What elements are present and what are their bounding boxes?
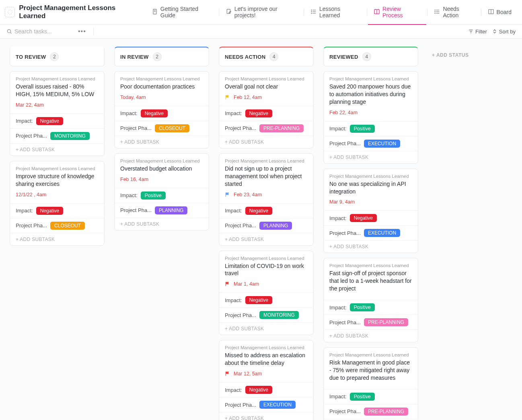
phase-label: Project Pha... [16,222,47,229]
phase-pill[interactable]: PRE-PLANNING [364,318,408,326]
impact-pill[interactable]: Negative [245,386,272,394]
tab-getting-started-guide[interactable]: Getting Started Guide [146,3,218,21]
column-count: 4 [362,52,371,61]
separator [304,8,304,16]
task-card[interactable]: Project Management Lessons Learned No on… [323,169,418,253]
phase-pill[interactable]: PRE-PLANNING [364,408,408,416]
phase-label: Project Pha... [120,125,152,131]
add-subtask-row: + ADD SUBTASK [219,136,313,148]
tab-bar: Getting Started GuideLet's improve our p… [146,3,517,21]
search-input[interactable] [14,28,71,35]
phase-pill[interactable]: PLANNING [259,222,292,230]
tab-review-process[interactable]: Review Process [368,3,426,21]
impact-pill[interactable]: Negative [245,296,272,304]
impact-pill[interactable]: Positive [350,125,375,133]
tab-label: Board [497,9,512,15]
impact-pill[interactable]: Positive [350,393,375,401]
add-subtask-button[interactable]: + ADD SUBTASK [225,326,264,331]
more-button[interactable]: ••• [76,28,88,35]
impact-row: Impact:Positive [324,121,418,136]
task-card[interactable]: Project Management Lessons Learned Overs… [114,153,209,231]
add-subtask-button[interactable]: + ADD SUBTASK [225,139,264,145]
add-subtask-button[interactable]: + ADD SUBTASK [329,333,368,339]
card-project-label: Project Management Lessons Learned [329,263,412,268]
card-project-label: Project Management Lessons Learned [120,76,203,81]
column-needs-action: NEEDS ACTION4 Project Management Lessons… [219,47,314,420]
card-date: Feb 22, 4am [329,110,412,115]
impact-pill[interactable]: Negative [36,117,63,125]
card-title: Overstated budget allocation [120,165,203,173]
task-card[interactable]: Project Management Lessons Learned Limit… [219,251,314,336]
task-card[interactable]: Project Management Lessons Learned Poor … [114,71,209,148]
add-subtask-button[interactable]: + ADD SUBTASK [16,147,55,152]
card-date: Feb 23, 4am [225,192,308,198]
add-subtask-row: + ADD SUBTASK [324,329,418,342]
separator [367,8,367,16]
add-subtask-button[interactable]: + ADD SUBTASK [329,244,368,249]
task-card[interactable]: Project Management Lessons Learned Fast … [323,258,418,342]
task-card[interactable]: Project Management Lessons Learned Saved… [323,71,418,164]
task-card[interactable]: Project Management Lessons Learned Misse… [219,340,314,420]
task-card[interactable]: Project Management Lessons Learned Did n… [219,153,314,246]
tab-label: Needs Action [443,6,474,19]
impact-pill[interactable]: Negative [245,109,272,117]
phase-row: Project Pha...EXECUTION [324,225,418,240]
tab-needs-action[interactable]: Needs Action [428,3,480,21]
phase-row: Project Pha...MONITORING [10,128,104,143]
phase-pill[interactable]: EXECUTION [259,401,296,409]
impact-pill[interactable]: Negative [245,207,272,215]
column-header[interactable]: REVIEWED4 [323,47,418,66]
phase-pill[interactable]: PLANNING [155,206,187,214]
add-subtask-button[interactable]: + ADD SUBTASK [225,237,264,242]
impact-pill[interactable]: Positive [141,191,166,200]
filter-label: Filter [475,29,487,35]
column-reviewed: REVIEWED4 Project Management Lessons Lea… [323,47,418,420]
phase-pill[interactable]: EXECUTION [364,140,400,148]
phase-pill[interactable]: MONITORING [259,311,299,319]
column-header[interactable]: NEEDS ACTION4 [219,47,314,66]
add-subtask-button[interactable]: + ADD SUBTASK [16,237,55,242]
impact-pill[interactable]: Negative [350,214,377,222]
impact-pill[interactable]: Positive [350,303,375,311]
task-card[interactable]: Project Management Lessons Learned Risk … [323,347,418,420]
tab-label: Getting Started Guide [160,6,212,19]
sort-icon [492,29,497,34]
add-subtask-row: + ADD SUBTASK [219,233,313,245]
phase-pill[interactable]: CLOSEOUT [155,124,189,132]
add-subtask-row: + ADD SUBTASK [219,322,313,335]
phase-row: Project Pha...MONITORING [219,307,313,322]
tab-lessons-learned[interactable]: Lessons Learned [305,3,366,21]
task-card[interactable]: Project Management Lessons Learned Overa… [10,71,105,156]
add-subtask-button[interactable]: + ADD SUBTASK [225,416,264,420]
card-title: Saved 200 manpower hours due to automati… [329,83,412,106]
tab-let-s-improve-our-projects-[interactable]: Let's improve our projects! [220,3,303,21]
impact-pill[interactable]: Negative [141,109,168,117]
add-subtask-row: + ADD SUBTASK [10,233,104,245]
column-title: IN REVIEW [120,54,149,60]
task-card[interactable]: Project Management Lessons Learned Impro… [10,161,105,246]
phase-pill[interactable]: PRE-PLANNING [259,124,304,132]
card-title: Overall issues raised - 80% HIGH, 15% ME… [16,83,99,98]
phase-pill[interactable]: MONITORING [50,132,90,140]
task-card[interactable]: Project Management Lessons Learned Overa… [219,71,314,148]
board-icon [488,8,494,16]
filter-icon [468,29,474,34]
tab-board[interactable]: Board [482,6,517,19]
impact-row: Impact:Positive [115,188,209,203]
page-title: Project Management Lessons Learned [19,4,140,20]
impact-pill[interactable]: Negative [36,207,63,215]
top-nav: Project Management Lessons Learned Getti… [0,0,522,25]
add-subtask-button[interactable]: + ADD SUBTASK [329,154,368,160]
phase-label: Project Pha... [329,319,361,325]
add-subtask-button[interactable]: + ADD SUBTASK [120,139,159,145]
phase-pill[interactable]: CLOSEOUT [50,222,85,230]
phase-pill[interactable]: EXECUTION [364,229,400,237]
filter-button[interactable]: Filter [468,29,487,35]
sort-button[interactable]: Sort by [492,29,516,35]
add-status-button[interactable]: + ADD STATUS [428,47,473,64]
column-header[interactable]: TO REVIEW2 [10,47,105,66]
card-title: Did not sign up to a project management … [225,165,308,188]
add-subtask-button[interactable]: + ADD SUBTASK [120,221,159,227]
column-header[interactable]: IN REVIEW2 [114,47,209,66]
svg-point-0 [8,10,12,14]
